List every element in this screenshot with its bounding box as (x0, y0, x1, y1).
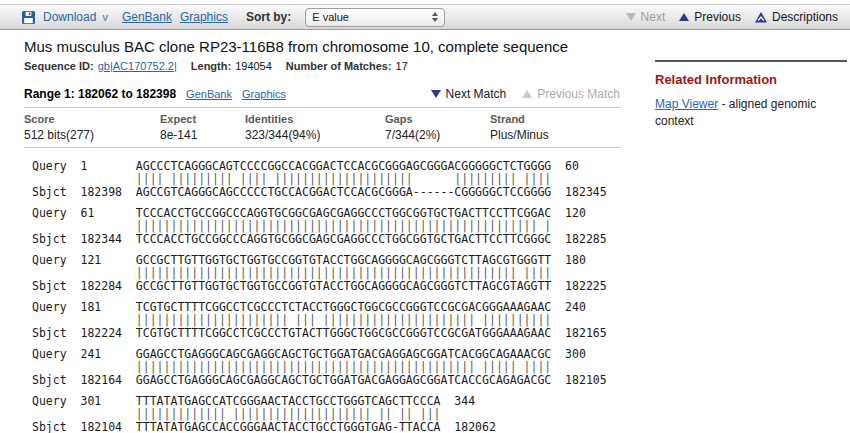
matches-label: Number of Matches: (286, 60, 392, 72)
triangle-down-icon (431, 90, 441, 98)
gaps-header: Gaps (385, 111, 490, 125)
strand-header: Strand (490, 111, 525, 125)
range-row: Range 1: 182062 to 182398 GenBank Graphi… (24, 87, 620, 101)
descriptions-button[interactable]: Descriptions (755, 10, 838, 24)
graphics-link[interactable]: Graphics (180, 10, 228, 24)
match-nav: Next Match Previous Match (431, 87, 620, 101)
sort-by-value: E value (312, 11, 349, 23)
previous-button[interactable]: Previous (679, 10, 741, 24)
sbjct-line: Sbjct 182344 TCCCACCTGCCGGCCCAGGTGCGGCGA… (32, 233, 620, 246)
alignment-block: Query 1 AGCCCTCAGGGCAGTCCCCGGCCACGGACTCC… (32, 160, 620, 199)
score-header: Score (24, 111, 160, 125)
length-value: 194054 (235, 60, 272, 72)
length-label: Length: (191, 60, 231, 72)
genbank-link[interactable]: GenBank (122, 10, 172, 24)
alignment-block: Query 301 TTTATATGAGCCATCGGGAACTACCTGCCT… (32, 395, 620, 433)
strand-value: Plus/Minus (490, 125, 549, 142)
save-disk-icon (22, 11, 35, 24)
previous-label: Previous (694, 10, 741, 24)
stats-header-row: Score Expect Identities Gaps Strand (24, 111, 620, 125)
download-button[interactable]: Download (43, 10, 96, 24)
identities-header: Identities (245, 111, 385, 125)
sbjct-line: Sbjct 182224 TCGTGCTTTTCGGCCTCGCCCTGTACT… (32, 327, 620, 340)
expect-header: Expect (160, 111, 245, 125)
score-value: 512 bits(277) (24, 125, 160, 142)
map-viewer-link[interactable]: Map Viewer (655, 97, 718, 111)
identities-value: 323/344(94%) (245, 125, 385, 142)
triangle-down-icon (626, 13, 636, 21)
range-genbank-link[interactable]: GenBank (186, 88, 232, 100)
descriptions-label: Descriptions (772, 10, 838, 24)
gaps-value: 7/344(2%) (385, 125, 490, 142)
sequence-meta-line: Sequence ID: gb|AC170752.2| Length: 1940… (24, 60, 620, 72)
toolbar-left-group: Download v GenBank Graphics Sort by: E v… (22, 8, 445, 27)
sbjct-line: Sbjct 182164 GGAGCCTGAGGGCAGCGAGGCAGCTGC… (32, 374, 620, 387)
sequence-id-label: Sequence ID: (24, 60, 94, 72)
previous-match-label: Previous Match (537, 87, 620, 101)
expect-value: 8e-141 (160, 125, 245, 142)
sbjct-line: Sbjct 182284 GCCGCTTGTTGGTGCTGGTGCCGGTGT… (32, 280, 620, 293)
related-information-panel: Related Information Map Viewer - aligned… (655, 60, 847, 130)
next-button: Next (626, 10, 666, 24)
next-match-label: Next Match (446, 87, 507, 101)
alignment-block: Query 181 TCGTGCTTTTCGGCCTCGCCCTCTACCTGG… (32, 301, 620, 340)
sort-by-select[interactable]: E value (305, 8, 445, 27)
toolbar: Download v GenBank Graphics Sort by: E v… (0, 4, 850, 30)
hit-detail-section: Mus musculus BAC clone RP23-116B8 from c… (24, 38, 620, 433)
next-match-button[interactable]: Next Match (431, 87, 507, 101)
alignment-stats-table: Score Expect Identities Gaps Strand 512 … (24, 107, 620, 148)
toolbar-right-group: Next Previous Descriptions (626, 10, 838, 24)
previous-match-button: Previous Match (522, 87, 620, 101)
sbjct-line: Sbjct 182398 AGCCGTCAGGGCAGCCCCCTGCCACGG… (32, 186, 620, 199)
range-graphics-link[interactable]: Graphics (242, 88, 286, 100)
sequence-id-link[interactable]: gb|AC170752.2| (98, 60, 177, 72)
related-information-heading: Related Information (655, 72, 847, 87)
stats-values-row: 512 bits(277) 8e-141 323/344(94%) 7/344(… (24, 125, 620, 142)
range-label: Range 1: 182062 to 182398 (24, 87, 176, 101)
alignment-block: Query 241 GGAGCCTGAGGGCAGCGAGGCAGCTGCTGG… (32, 348, 620, 387)
sbjct-line: Sbjct 182104 TTTATATGAGCCACCGGGAACTACCTG… (32, 421, 620, 433)
alignment-block: Query 121 GCCGCTTGTTGGTGCTGGTGCCGGTGTACC… (32, 254, 620, 293)
sequence-alignment: Query 1 AGCCCTCAGGGCAGTCCCCGGCCACGGACTCC… (24, 160, 620, 433)
select-arrows-icon (432, 12, 438, 22)
matches-value: 17 (396, 60, 408, 72)
alignment-block: Query 61 TCCCACCTGCCGGCCCAGGTGCGGCGAGCGA… (32, 207, 620, 246)
related-information-text: Map Viewer - aligned genomic context (655, 96, 847, 130)
jump-to-top-icon (755, 12, 767, 23)
triangle-up-icon (679, 13, 689, 21)
chevron-down-icon[interactable]: v (102, 11, 108, 23)
sort-by-label: Sort by: (246, 10, 291, 24)
next-label: Next (641, 10, 666, 24)
page-title: Mus musculus BAC clone RP23-116B8 from c… (24, 38, 620, 55)
triangle-up-icon (522, 90, 532, 98)
